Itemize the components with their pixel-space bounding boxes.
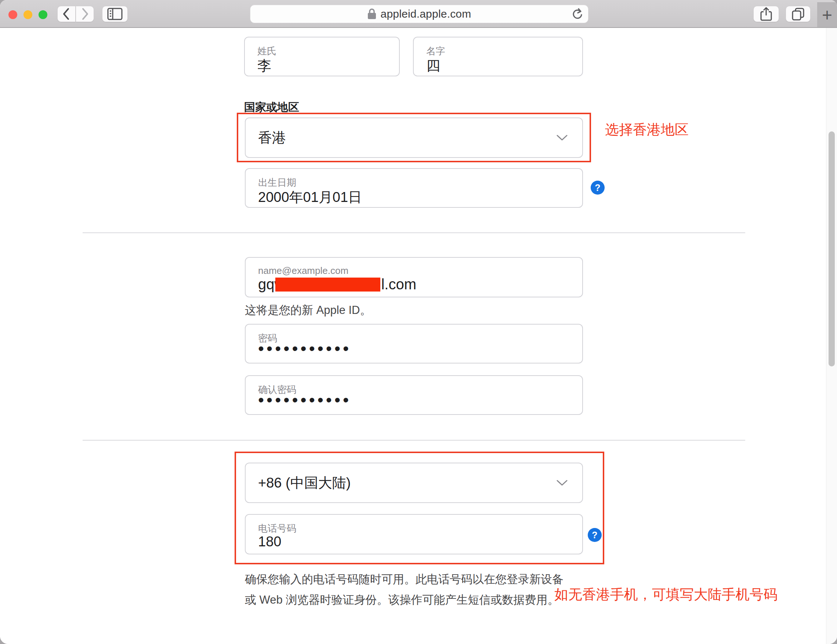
confirm-password-masked-value: ••••••••••• bbox=[258, 390, 351, 410]
email-field[interactable]: name@example.com gqw l.com bbox=[245, 257, 583, 297]
address-bar[interactable]: appleid.apple.com bbox=[250, 5, 589, 23]
phone-label: 电话号码 bbox=[258, 522, 296, 535]
country-select[interactable]: 香港 bbox=[245, 117, 583, 158]
section-divider bbox=[83, 232, 745, 233]
plus-icon: + bbox=[822, 5, 832, 25]
birthday-label: 出生日期 bbox=[258, 176, 296, 189]
last-name-field[interactable]: 姓氏 李 bbox=[244, 37, 400, 76]
dial-code-value: +86 (中国大陆) bbox=[258, 463, 351, 502]
phone-value: 180 bbox=[258, 534, 281, 550]
email-value-suffix: l.com bbox=[381, 276, 416, 292]
dial-code-select[interactable]: +86 (中国大陆) bbox=[245, 463, 583, 503]
zoom-window-button[interactable] bbox=[39, 10, 48, 19]
first-name-label: 名字 bbox=[426, 45, 445, 58]
share-button[interactable] bbox=[753, 6, 779, 22]
password-masked-value: ••••••••••• bbox=[258, 338, 351, 358]
phone-number-field[interactable]: 电话号码 180 bbox=[245, 514, 583, 554]
chevron-down-icon bbox=[556, 118, 568, 157]
section-divider bbox=[83, 440, 745, 440]
browser-toolbar: appleid.apple.com bbox=[0, 0, 837, 28]
phone-annotation: 如无香港手机，可填写大陆手机号码 bbox=[554, 585, 778, 604]
chevron-down-icon bbox=[556, 463, 568, 502]
password-field[interactable]: 密码 ••••••••••• bbox=[245, 324, 583, 363]
phone-helper-line2: 或 Web 浏览器时验证身份。该操作可能产生短信或数据费用。 bbox=[245, 590, 563, 610]
scrollbar-thumb[interactable] bbox=[829, 131, 835, 366]
confirm-password-field[interactable]: 确认密码 ••••••••••• bbox=[245, 375, 583, 415]
sidebar-toggle-button[interactable] bbox=[102, 6, 128, 22]
email-placeholder: name@example.com bbox=[258, 265, 348, 276]
browser-window: appleid.apple.com bbox=[0, 0, 837, 644]
tab-overview-button[interactable] bbox=[786, 6, 811, 22]
forward-button[interactable] bbox=[76, 6, 94, 22]
back-button[interactable] bbox=[57, 6, 75, 22]
phone-helper-line1: 确保您输入的电话号码随时可用。此电话号码以在您登录新设备 bbox=[245, 569, 563, 590]
close-window-button[interactable] bbox=[8, 10, 17, 19]
scrollbar-track[interactable] bbox=[826, 28, 837, 644]
birthday-field[interactable]: 出生日期 2000年01月01日 bbox=[245, 168, 583, 208]
chevron-left-icon bbox=[62, 8, 71, 20]
new-tab-button[interactable]: + bbox=[817, 2, 837, 27]
first-name-value: 四 bbox=[426, 57, 440, 75]
first-name-field[interactable]: 名字 四 bbox=[413, 37, 583, 76]
birthday-help-icon[interactable]: ? bbox=[591, 181, 605, 195]
lock-icon bbox=[368, 8, 376, 20]
chevron-right-icon bbox=[81, 8, 89, 20]
region-annotation: 选择香港地区 bbox=[605, 120, 689, 139]
email-value-row: gqw l.com bbox=[258, 276, 416, 292]
last-name-label: 姓氏 bbox=[257, 45, 276, 58]
birthday-value: 2000年01月01日 bbox=[258, 188, 362, 207]
phone-helper-text: 确保您输入的电话号码随时可用。此电话号码以在您登录新设备 或 Web 浏览器时验… bbox=[245, 569, 563, 610]
minimize-window-button[interactable] bbox=[23, 10, 32, 19]
url-text: appleid.apple.com bbox=[381, 8, 471, 20]
country-value: 香港 bbox=[258, 118, 286, 157]
phone-help-icon[interactable]: ? bbox=[588, 528, 602, 542]
tabs-overview-icon bbox=[791, 7, 805, 21]
page-content: 姓氏 李 名字 四 国家或地区 香港 选择香港地区 出生日期 2000年01月0… bbox=[0, 28, 837, 644]
share-icon bbox=[760, 7, 772, 21]
apple-id-note: 这将是您的新 Apple ID。 bbox=[245, 302, 371, 318]
sidebar-icon bbox=[107, 7, 123, 21]
reload-button[interactable] bbox=[571, 8, 583, 22]
last-name-value: 李 bbox=[257, 57, 271, 75]
redaction-bar bbox=[275, 278, 380, 292]
